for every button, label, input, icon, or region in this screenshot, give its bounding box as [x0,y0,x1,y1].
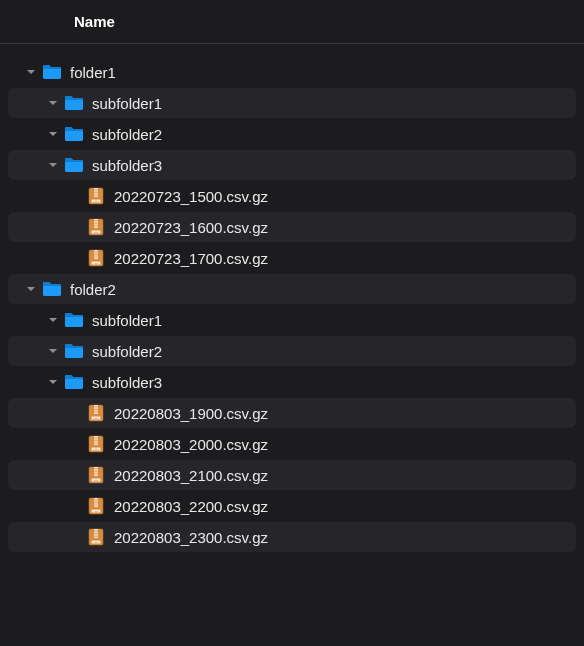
file-label: 20220723_1600.csv.gz [114,219,268,236]
tree-folder-row[interactable]: folder1 [8,57,576,87]
file-label: 20220803_2100.csv.gz [114,467,268,484]
file-label: 20220723_1500.csv.gz [114,188,268,205]
tree-file-row[interactable]: GZ20220723_1500.csv.gz [8,181,576,211]
file-label: 20220723_1700.csv.gz [114,250,268,267]
chevron-down-icon[interactable] [24,282,38,296]
folder-icon [64,94,84,112]
chevron-down-icon[interactable] [46,313,60,327]
tree-file-row[interactable]: GZ20220803_2100.csv.gz [8,460,576,490]
archive-file-icon: GZ [86,466,106,484]
chevron-down-icon[interactable] [46,127,60,141]
tree-folder-row[interactable]: subfolder3 [8,367,576,397]
folder-label: subfolder3 [92,374,162,391]
file-tree: folder1subfolder1subfolder2subfolder3GZ2… [0,44,584,614]
empty-row [8,553,576,583]
name-column-label: Name [74,13,115,30]
chevron-down-icon[interactable] [46,96,60,110]
column-header[interactable]: Name [0,0,584,44]
folder-label: folder1 [70,64,116,81]
chevron-down-icon[interactable] [46,158,60,172]
folder-label: folder2 [70,281,116,298]
tree-file-row[interactable]: GZ20220723_1700.csv.gz [8,243,576,273]
file-label: 20220803_1900.csv.gz [114,405,268,422]
folder-label: subfolder1 [92,95,162,112]
chevron-down-icon[interactable] [24,65,38,79]
file-label: 20220803_2300.csv.gz [114,529,268,546]
tree-folder-row[interactable]: subfolder1 [8,88,576,118]
tree-folder-row[interactable]: folder2 [8,274,576,304]
folder-icon [64,342,84,360]
archive-file-icon: GZ [86,187,106,205]
tree-file-row[interactable]: GZ20220803_2200.csv.gz [8,491,576,521]
archive-file-icon: GZ [86,218,106,236]
folder-icon [64,373,84,391]
archive-file-icon: GZ [86,435,106,453]
folder-label: subfolder1 [92,312,162,329]
tree-folder-row[interactable]: subfolder2 [8,119,576,149]
empty-row [8,584,576,614]
file-label: 20220803_2200.csv.gz [114,498,268,515]
tree-file-row[interactable]: GZ20220723_1600.csv.gz [8,212,576,242]
archive-file-icon: GZ [86,249,106,267]
tree-file-row[interactable]: GZ20220803_2000.csv.gz [8,429,576,459]
chevron-down-icon[interactable] [46,375,60,389]
tree-file-row[interactable]: GZ20220803_1900.csv.gz [8,398,576,428]
folder-icon [64,156,84,174]
folder-icon [64,125,84,143]
folder-icon [42,280,62,298]
tree-folder-row[interactable]: subfolder1 [8,305,576,335]
file-label: 20220803_2000.csv.gz [114,436,268,453]
archive-file-icon: GZ [86,404,106,422]
archive-file-icon: GZ [86,497,106,515]
folder-label: subfolder2 [92,343,162,360]
tree-file-row[interactable]: GZ20220803_2300.csv.gz [8,522,576,552]
archive-file-icon: GZ [86,528,106,546]
tree-folder-row[interactable]: subfolder3 [8,150,576,180]
folder-icon [64,311,84,329]
folder-label: subfolder3 [92,157,162,174]
folder-icon [42,63,62,81]
folder-label: subfolder2 [92,126,162,143]
tree-folder-row[interactable]: subfolder2 [8,336,576,366]
chevron-down-icon[interactable] [46,344,60,358]
